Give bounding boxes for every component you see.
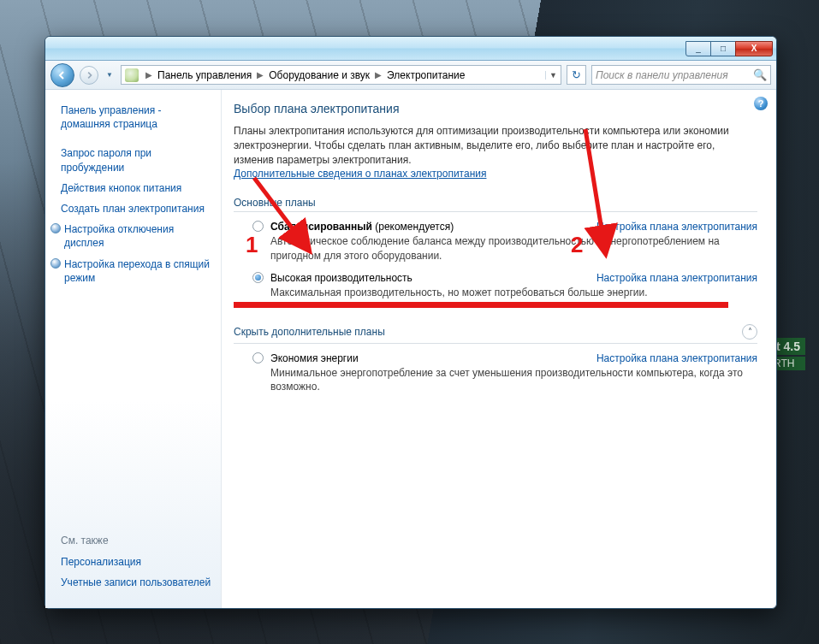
intro-text: Планы электропитания используются для оп…: [234, 124, 757, 181]
breadcrumb-bar[interactable]: ▶ Панель управления ▶ Оборудование и зву…: [121, 65, 561, 85]
plan-desc: Автоматическое соблюдение баланса между …: [270, 234, 757, 263]
shield-icon: [50, 258, 61, 269]
chevron-right-icon[interactable]: ▶: [371, 70, 385, 80]
sidebar-link-sleep[interactable]: Настройка перехода в спящий режим: [45, 254, 221, 288]
more-info-link[interactable]: Дополнительные сведения о планах электро…: [234, 168, 486, 180]
section-main-plans: Основные планы: [234, 197, 757, 212]
back-button[interactable]: [50, 63, 74, 87]
main-content: ? Выбор плана электропитания Планы элект…: [222, 90, 776, 608]
sidebar-link[interactable]: Действия кнопок питания: [45, 178, 221, 198]
search-placeholder: Поиск в панели управления: [596, 69, 728, 81]
page-title: Выбор плана электропитания: [234, 102, 757, 115]
change-plan-link[interactable]: Настройка плана электропитания: [596, 352, 757, 364]
change-plan-link[interactable]: Настройка плана электропитания: [596, 272, 757, 284]
breadcrumb-seg-3[interactable]: Электропитание: [385, 69, 466, 81]
refresh-button[interactable]: ↻: [567, 65, 586, 85]
window-titlebar[interactable]: _ □ X: [45, 37, 776, 61]
minimize-button[interactable]: _: [685, 41, 711, 56]
help-icon[interactable]: ?: [754, 97, 768, 110]
radio-high-performance[interactable]: [252, 272, 264, 283]
annotation-underline: [234, 302, 728, 308]
sidebar-footer-link[interactable]: Персонализация: [45, 552, 221, 572]
sidebar-link[interactable]: Запрос пароля при пробуждении: [45, 143, 221, 177]
plan-name[interactable]: Высокая производительность: [270, 272, 412, 284]
breadcrumb-seg-2[interactable]: Оборудование и звук: [267, 69, 371, 81]
sidebar-link[interactable]: Создать план электропитания: [45, 198, 221, 219]
radio-power-saver[interactable]: [252, 352, 264, 363]
control-panel-icon: [125, 68, 139, 82]
plan-desc: Минимальное энергопотребление за счет ум…: [270, 366, 757, 395]
power-plan-high-performance: Высокая производительность Настройка пла…: [252, 270, 757, 300]
sidebar-link-display-off[interactable]: Настройка отключения дисплея: [45, 219, 221, 253]
arrow-right-icon: [85, 71, 93, 80]
search-input[interactable]: Поиск в панели управления 🔍: [591, 65, 771, 85]
close-button[interactable]: X: [735, 41, 773, 56]
plan-name[interactable]: Экономия энергии: [270, 352, 359, 364]
chevron-right-icon[interactable]: ▶: [142, 70, 156, 80]
refresh-icon: ↻: [572, 68, 581, 81]
control-panel-window: _ □ X ▼ ▶ Панель управления ▶ Оборудован…: [45, 36, 777, 609]
breadcrumb-seg-1[interactable]: Панель управления: [156, 69, 253, 81]
breadcrumb-dropdown[interactable]: ▼: [545, 71, 561, 80]
plan-desc: Максимальная производительность, но може…: [270, 286, 757, 300]
maximize-button[interactable]: □: [710, 41, 736, 56]
arrow-left-icon: [57, 70, 68, 80]
sidebar: Панель управления - домашняя страница За…: [45, 90, 222, 608]
search-icon: 🔍: [753, 68, 767, 81]
chevron-up-icon: ˄: [742, 324, 757, 340]
power-plan-saver: Экономия энергии Настройка плана электро…: [252, 351, 757, 395]
hide-extra-plans-toggle[interactable]: Скрыть дополнительные планы ˄: [234, 324, 757, 344]
address-bar: ▼ ▶ Панель управления ▶ Оборудование и з…: [45, 61, 776, 90]
plan-name[interactable]: Сбалансированный (рекомендуется): [270, 221, 454, 233]
shield-icon: [50, 223, 61, 233]
sidebar-home-link[interactable]: Панель управления - домашняя страница: [45, 100, 221, 134]
power-plan-balanced: Сбалансированный (рекомендуется) Настрой…: [252, 219, 757, 263]
change-plan-link[interactable]: Настройка плана электропитания: [596, 221, 757, 233]
forward-button[interactable]: [80, 66, 98, 85]
see-also-header: См. также: [45, 533, 221, 552]
radio-balanced[interactable]: [252, 221, 264, 232]
chevron-right-icon[interactable]: ▶: [253, 70, 267, 80]
nav-history-dropdown[interactable]: ▼: [104, 71, 116, 79]
sidebar-footer-link[interactable]: Учетные записи пользователей: [45, 572, 221, 593]
